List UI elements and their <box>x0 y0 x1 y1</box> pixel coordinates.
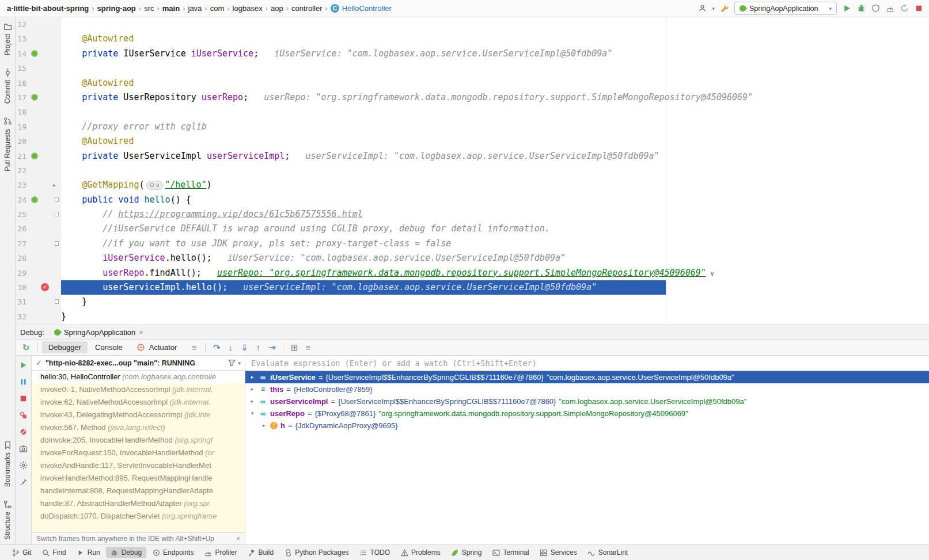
rerun-debug-button[interactable]: ↻ <box>20 341 32 354</box>
spring-bean-icon[interactable] <box>31 50 38 57</box>
run-button[interactable] <box>842 4 851 13</box>
status-item-find[interactable]: Find <box>37 547 70 558</box>
editor-line[interactable]: 20 @Autowired <box>16 134 929 148</box>
editor-line[interactable]: 27 //if you want to use JDK proxy, pls s… <box>16 237 929 251</box>
breadcrumb-item-logbasex[interactable]: logbasex <box>230 3 265 13</box>
stack-frame[interactable]: doInvoke:205, InvocableHandlerMethod (or… <box>32 434 245 447</box>
status-item-sonarlint[interactable]: SonarLint <box>583 547 632 558</box>
pull-request-icon[interactable] <box>3 117 12 126</box>
view-breakpoints-button[interactable] <box>19 410 28 420</box>
spring-icon[interactable] <box>451 548 459 557</box>
todo-icon[interactable] <box>359 548 367 557</box>
url-mapping-inlay-icon[interactable]: ⊙∨ <box>146 181 164 190</box>
fold-marker-icon[interactable] <box>55 299 59 304</box>
editor-line[interactable]: 19 //proxy error with cglib <box>16 120 929 134</box>
search-icon[interactable] <box>41 548 50 557</box>
editor-line[interactable]: 23▸ @GetMapping(⊙∨"/hello") <box>16 178 929 192</box>
step-into-button[interactable]: ↓ <box>224 341 237 354</box>
view-breakpoints-grid-button[interactable]: ⊞ <box>288 341 301 354</box>
editor-line[interactable]: 24 public void hello() { <box>16 193 929 207</box>
editor-line[interactable]: 29 userRepo.findAll(); userRepo: "org.sp… <box>16 266 929 280</box>
stack-frame[interactable]: handleInternal:808, RequestMappingHandle… <box>32 485 245 497</box>
status-item-problems[interactable]: Problems <box>396 547 445 558</box>
step-over-button[interactable]: ↷ <box>210 341 223 354</box>
editor-line[interactable]: 15 <box>16 61 929 75</box>
filter-funnel-icon[interactable] <box>227 359 236 368</box>
editor-line[interactable]: 13 @Autowired <box>16 32 929 46</box>
sonarlint-icon[interactable] <box>587 548 596 557</box>
breadcrumb-item-aop[interactable]: aop <box>268 3 286 13</box>
status-item-todo[interactable]: TODO <box>355 547 395 558</box>
editor-line[interactable]: 26 //iUserService DEFAULT is wrap around… <box>16 222 929 236</box>
editor-line[interactable]: 14 private IUserService iUserService; iU… <box>16 47 929 61</box>
breadcrumb-item-java[interactable]: java <box>186 3 204 13</box>
stack-frame[interactable]: invoke:62, NativeMethodAccessorImpl (jdk… <box>32 396 245 409</box>
editor-line[interactable]: 22 <box>16 163 929 178</box>
sidebar-item-structure[interactable]: Structure <box>3 500 12 540</box>
status-item-terminal[interactable]: Terminal <box>487 547 533 558</box>
tab-debugger[interactable]: Debugger <box>42 341 88 353</box>
expand-down-icon[interactable]: ▾ <box>249 407 256 420</box>
editor-line[interactable]: 31 } <box>16 295 929 309</box>
force-step-into-button[interactable]: ⇓ <box>238 341 251 354</box>
folder-icon[interactable] <box>3 22 12 31</box>
actuator-icon[interactable] <box>136 343 146 352</box>
status-item-git[interactable]: Git <box>7 547 36 558</box>
layout-settings-button[interactable]: ≡ <box>302 341 314 354</box>
stack-frame[interactable]: handle:87, AbstractHandlerMethodAdapter … <box>32 497 245 510</box>
status-item-profiler[interactable]: Profiler <box>199 547 241 558</box>
fold-marker-icon[interactable] <box>55 197 59 202</box>
thread-selector[interactable]: ✓ "http-nio-8282-exec...oup "main": RUNN… <box>32 356 245 371</box>
settings-button[interactable] <box>19 460 28 470</box>
breadcrumb-item-com[interactable]: com <box>208 3 227 13</box>
run-to-cursor-button[interactable]: ⇥ <box>266 341 278 354</box>
step-out-button[interactable]: ↑ <box>252 341 264 354</box>
rerun-button-top[interactable] <box>900 4 909 13</box>
editor-line[interactable]: 18 <box>16 105 929 119</box>
editor-line[interactable]: 21 private UserServiceImpl userServiceIm… <box>16 149 929 163</box>
stack-frame[interactable]: hello:30, HelloController (com.logbasex.… <box>32 371 245 383</box>
hammer-icon[interactable] <box>247 548 255 557</box>
user-profile-icon[interactable] <box>697 4 707 13</box>
stop-button[interactable] <box>19 394 28 403</box>
status-item-python-packages[interactable]: Python Packages <box>279 547 353 558</box>
close-icon[interactable]: × <box>236 535 240 543</box>
stack-frame[interactable]: invoke:43, DelegatingMethodAccessorImpl … <box>32 409 245 421</box>
warning-icon[interactable] <box>400 548 408 557</box>
variable-row-iUserService[interactable]: ▸∞iUserService = {UserServiceImpl$$Enhan… <box>245 371 929 383</box>
variable-row-userRepo[interactable]: ▾∞userRepo = {$Proxy68@7861} "org.spring… <box>245 407 929 420</box>
stack-frame[interactable]: invokeHandlerMethod:895, RequestMappingH… <box>32 472 245 485</box>
breadcrumb-item-HelloController[interactable]: CHelloController <box>328 3 394 13</box>
stack-frame[interactable]: invokeAndHandle:117, ServletInvocableHan… <box>32 459 245 472</box>
mute-breakpoints-button[interactable] <box>19 427 28 436</box>
code-editor[interactable]: 1213 @Autowired14 private IUserService i… <box>16 17 929 325</box>
stack-frame[interactable]: invoke:567, Method (java.lang.reflect) <box>32 421 245 434</box>
breadcrumb-item-main[interactable]: main <box>160 3 182 13</box>
more-menu-icon[interactable]: ≡ <box>188 341 200 354</box>
services-icon[interactable] <box>540 548 548 557</box>
sidebar-item-project[interactable]: Project <box>3 22 12 55</box>
execution-line[interactable]: 30✓ userServiceImpl.hello(); userService… <box>16 280 929 295</box>
breadcrumb-item-src[interactable]: src <box>142 3 156 13</box>
variable-row-h[interactable]: ▸fh = {JdkDynamicAopProxy@9695} <box>245 420 929 432</box>
status-item-services[interactable]: Services <box>535 547 582 558</box>
debug-session-tab[interactable]: SpringAopApplication × <box>50 327 147 338</box>
stack-frame[interactable]: doDispatch:1070, DispatcherServlet (org.… <box>32 510 245 523</box>
git-branch-icon[interactable] <box>12 548 20 557</box>
pause-button[interactable] <box>19 377 28 386</box>
commit-icon[interactable] <box>3 68 12 77</box>
expand-right-icon[interactable]: ▸ <box>249 395 256 407</box>
spring-bean-icon[interactable] <box>31 94 38 101</box>
status-item-run[interactable]: Run <box>72 547 105 558</box>
breadcrumb-item-a-little-bit-about-spring[interactable]: a-little-bit-about-spring <box>5 3 91 13</box>
terminal-icon[interactable] <box>492 548 500 557</box>
setup-wrench-icon[interactable] <box>720 4 729 13</box>
resume-button[interactable] <box>19 360 28 369</box>
stack-frame[interactable]: invoke0:-1, NativeMethodAccessorImpl (jd… <box>32 383 245 396</box>
stop-button[interactable] <box>914 4 923 13</box>
stack-frame[interactable]: invokeForRequest:150, InvocableHandlerMe… <box>32 447 245 459</box>
expand-right-icon[interactable]: ▸ <box>249 383 256 395</box>
editor-line[interactable]: 32} <box>16 310 929 324</box>
spring-bean-icon[interactable] <box>31 196 38 203</box>
evaluate-expression-input[interactable]: Evaluate expression (Enter) or add a wat… <box>245 356 929 371</box>
